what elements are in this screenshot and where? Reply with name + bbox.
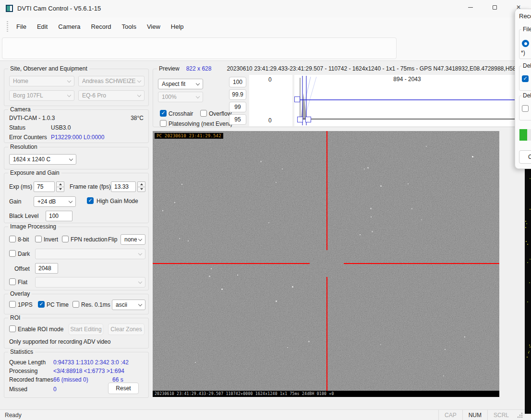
menu-help[interactable]: Help [166,21,189,32]
offset-label: Offset [14,265,30,272]
site-select[interactable]: Home [9,76,74,86]
record-progress-bar [519,129,531,141]
percentile-99-button[interactable]: 99 [229,102,246,112]
telescope-select[interactable]: Borg 107FL [9,90,74,101]
star [276,182,277,183]
overlay-mode-select[interactable]: ascii [112,300,145,310]
menu-view[interactable]: View [142,21,166,32]
overlay-group: Overlay 1PPS PC Time Res. 0.1ms ascii [4,294,149,314]
flat-file-select[interactable] [35,277,145,288]
observer-select[interactable]: Andreas SCHWEIZER [78,76,145,86]
invert-checkbox[interactable] [35,236,42,242]
minimize-button[interactable] [459,0,482,14]
star [221,288,223,290]
camera-image[interactable]: PC 20230610 23:41:29.542 20230610 23:41:… [153,131,499,397]
exp-spinner[interactable] [56,181,64,192]
1pps-checkbox[interactable] [9,301,16,308]
preview-frame-info: 20230610 23:41:29.433-23:41:29.507 - 110… [227,65,531,72]
flip-select[interactable]: none [121,234,145,245]
enable-roi-checkbox[interactable] [9,325,16,332]
gain-label: Gain [9,198,21,205]
dark-label: Dark [18,251,30,257]
observer-value: Andreas SCHWEIZER [82,78,136,84]
spin-up-button[interactable] [137,181,145,187]
recorded-frames-label: Recorded frames [9,376,53,383]
histogram-min-handle[interactable] [297,117,303,122]
background-speck [528,352,529,353]
crosshair-checkbox[interactable] [160,110,167,117]
dark-file-select[interactable] [35,249,145,259]
exp-input[interactable] [34,181,55,192]
record-file-label: File [521,26,531,33]
chevron-down-icon [196,94,200,98]
invert-label: Invert [44,236,58,243]
fps-input[interactable] [111,181,136,192]
spin-up-button[interactable] [56,181,64,187]
percentile-100-button[interactable]: 100 [229,77,246,87]
percentile-95-button[interactable]: 95 [229,114,246,125]
histogram-panel[interactable]: 894 - 2043 [294,75,520,126]
star [360,234,361,235]
histogram-level-handle[interactable] [294,96,300,102]
pctime-checkbox[interactable] [38,301,45,308]
zoom-select[interactable]: 100% [158,92,203,102]
aspect-select[interactable]: Aspect fit [158,79,203,89]
mount-select[interactable]: EQ-6 Pro [78,90,145,101]
platesolving-checkbox[interactable] [160,120,167,127]
high-gain-label: High Gain Mode [97,198,138,204]
res01ms-checkbox[interactable] [72,301,79,308]
hist-axis-bottom: 0 [268,117,272,124]
clear-zones-button[interactable]: Clear Zones [108,324,145,335]
num-lock-indicator: NUM [462,410,487,420]
menu-edit[interactable]: Edit [32,21,53,32]
resize-grip[interactable] [517,412,523,419]
background-speck [526,241,527,242]
statistics-group-title: Statistics [8,348,35,355]
image-processing-group: Image Processing 8-bit Invert FPN reduct… [4,227,149,290]
file-format-radio[interactable] [522,40,529,47]
star [411,208,412,209]
star [260,161,262,162]
histogram-max-handle[interactable] [305,117,311,122]
resolution-select[interactable]: 1624 x 1240 C [9,154,76,165]
spin-down-button[interactable] [137,187,145,192]
record-close-button[interactable]: C [519,150,531,164]
black-level-input[interactable] [46,211,72,221]
menu-record[interactable]: Record [86,21,117,32]
black-level-label: Black Level [9,213,38,219]
overflow-checkbox[interactable] [200,110,207,117]
menu-tools[interactable]: Tools [117,21,142,32]
star [370,208,372,209]
menu-file[interactable]: File [11,21,32,32]
background-speck [529,351,530,352]
menu-camera[interactable]: Camera [53,21,85,32]
star [162,210,163,211]
offset-input[interactable] [35,263,58,274]
star [367,167,369,168]
background-speck [530,178,531,179]
flat-checkbox[interactable] [9,278,16,285]
fpn-checkbox[interactable] [62,236,69,242]
spin-up-icon [140,183,143,185]
high-gain-checkbox[interactable] [87,197,94,204]
maximize-button[interactable] [483,0,506,14]
chevron-down-icon [69,156,73,160]
star [276,300,277,302]
gain-select[interactable]: +24 dB [34,196,76,207]
statistics-group: Statistics Queue Length 0:94733 1:1310 2… [4,352,149,398]
delay2-checkbox[interactable] [522,105,529,112]
spin-down-button[interactable] [56,187,64,192]
start-editing-button[interactable]: Start Editing [69,324,103,335]
8bit-checkbox[interactable] [9,236,16,242]
overlay-group-title: Overlay [8,290,32,297]
star [408,183,409,184]
crosshair-label: Crosshair [169,110,193,117]
fps-spinner[interactable] [137,181,145,192]
reset-button[interactable]: Reset [108,383,139,394]
dark-checkbox[interactable] [9,250,16,257]
percentile-99-9-button[interactable]: 99.9 [229,89,246,100]
camera-model: DVTI-CAM - 1.0.3 [9,115,55,121]
recorded-frames-value: 66 (missed 0) [53,376,88,383]
chevron-down-icon [67,78,71,82]
delay1-checkbox[interactable] [522,75,529,82]
